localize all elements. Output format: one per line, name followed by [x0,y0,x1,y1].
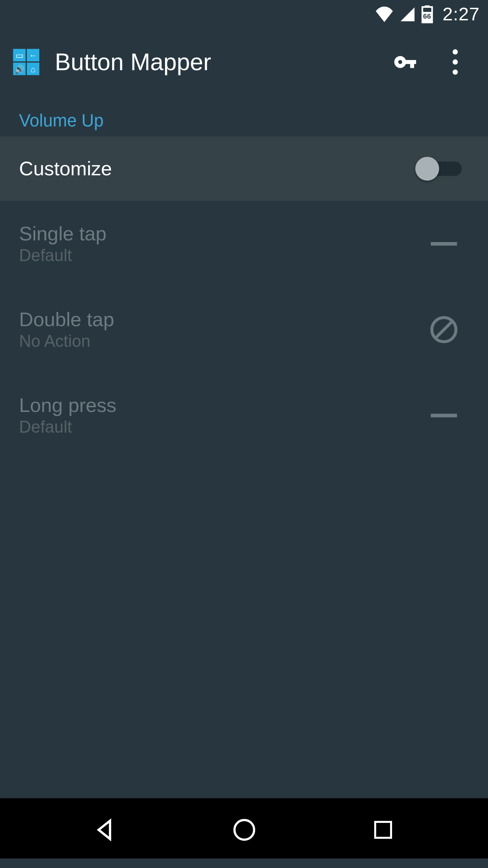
more-vert-icon[interactable] [442,48,469,76]
svg-point-8 [234,820,254,840]
single-tap-sub: Default [19,246,426,265]
section-header-volume-up: Volume Up [0,95,488,136]
long-press-sub: Default [19,418,426,437]
double-tap-title: Double tap [19,308,426,331]
nav-back-icon[interactable] [75,812,135,848]
status-time: 2:27 [443,4,480,25]
status-bar: 66 2:27 [0,0,488,28]
row-double-tap[interactable]: Double tap No Action [0,287,488,373]
app-icon: ▭← 🔊⌂ [13,49,39,75]
nav-bar [0,801,488,859]
svg-point-5 [453,70,458,75]
divider [0,798,488,801]
row-single-tap[interactable]: Single tap Default [0,201,488,287]
single-tap-title: Single tap [19,222,426,245]
cell-signal-icon [400,6,415,22]
svg-point-3 [453,49,458,54]
svg-line-7 [436,322,452,338]
key-icon[interactable] [391,48,419,76]
battery-icon: 66 [421,5,433,23]
customize-label: Customize [19,157,415,180]
dash-icon [426,226,462,261]
customize-toggle[interactable] [415,157,462,180]
battery-percent: 66 [421,12,433,20]
no-action-icon [426,312,462,348]
wifi-icon [374,6,393,22]
app-bar: ▭← 🔊⌂ Button Mapper [0,28,488,95]
svg-rect-9 [375,822,391,838]
app-title: Button Mapper [55,48,376,75]
svg-point-4 [453,59,458,64]
nav-home-icon[interactable] [214,812,274,848]
row-customize[interactable]: Customize [0,137,488,201]
row-long-press[interactable]: Long press Default [0,373,488,458]
double-tap-sub: No Action [19,332,426,351]
dash-icon [426,398,462,433]
nav-recents-icon[interactable] [353,812,413,848]
long-press-title: Long press [19,394,426,417]
